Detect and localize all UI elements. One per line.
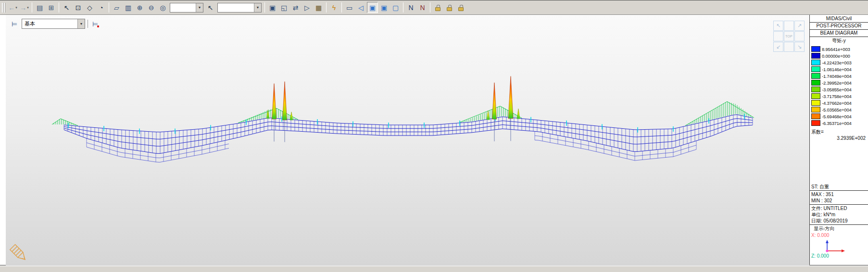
legend-label: -5.03565e+004	[822, 107, 852, 112]
model-viewport[interactable]: ⊨ 基本 ▼ ⊨ ↖↗TOP↙↘	[6, 15, 809, 266]
node-number-icon: N	[408, 4, 413, 11]
previous-view-button[interactable]: ◁	[355, 2, 366, 13]
legend-label: -3.05855e+004	[822, 87, 852, 92]
chevron-down-icon[interactable]: ▼	[77, 19, 85, 28]
divider	[810, 37, 868, 37]
node-number-button[interactable]: N	[405, 2, 416, 13]
select-volume-icon: ▥	[125, 4, 131, 11]
chevron-down-icon[interactable]: ▼	[254, 3, 261, 12]
legend-swatch	[811, 53, 820, 59]
back-icon: ←	[8, 4, 15, 11]
legend-row: -1.74049e+004	[810, 73, 868, 79]
clipboard-lock-button[interactable]	[432, 2, 443, 13]
diagram-title: BEAM DIAGRAM	[810, 30, 868, 36]
select-add-button[interactable]: ⊕	[134, 2, 145, 13]
divider	[810, 204, 868, 205]
legend-row: -6.35371e+004	[810, 120, 868, 126]
viewpad-arrow-button[interactable]	[794, 31, 805, 41]
dir-x-value: X: 0.000	[810, 232, 868, 238]
element-number-button[interactable]: N	[417, 2, 428, 13]
select-remove-button[interactable]: ⊖	[146, 2, 157, 13]
viewpad-arrow-button[interactable]: ↖	[773, 21, 783, 31]
dir-z-value: Z: 0.000	[810, 253, 868, 259]
legend-row: -5.03565e+004	[810, 106, 868, 113]
pick-entity-icon: ↖	[208, 4, 214, 11]
zoom-fit-icon: ◱	[281, 4, 287, 11]
zoom-window-button[interactable]: ▣	[267, 2, 278, 13]
select-group-combo[interactable]: ▼	[170, 3, 203, 12]
toolbar-separator	[264, 2, 265, 12]
legend-label: -2.39952e+004	[822, 80, 852, 86]
legend-row: 8.95641e+003	[810, 46, 868, 52]
legend-label: -4.22423e+003	[822, 60, 852, 65]
toolbar-separator	[109, 2, 109, 12]
legend-row: -2.39952e+004	[810, 79, 868, 86]
named-plane-combo[interactable]: ▼	[217, 3, 262, 12]
legend-row: -5.69468e+004	[810, 113, 868, 120]
viewpad-arrow-button[interactable]: ↘	[794, 42, 805, 52]
legend-swatch	[811, 66, 820, 72]
result-lock-button[interactable]	[455, 2, 466, 13]
chevron-down-icon[interactable]: ▼	[196, 3, 203, 12]
back-button[interactable]: ←▾	[7, 2, 18, 13]
viewpad-arrow-button[interactable]: ↙	[773, 42, 783, 52]
select-window-icon: ⊡	[75, 4, 81, 11]
multi-window-button[interactable]: ▣	[367, 2, 378, 13]
forward-button[interactable]: →▾	[19, 2, 30, 13]
select-circle-icon: ◔	[99, 4, 103, 11]
legend-row: -3.05855e+004	[810, 86, 868, 93]
select-circle-button[interactable]: ◔	[96, 2, 107, 13]
viewpad-arrow-button[interactable]	[773, 31, 783, 41]
zoom-box-icon: ▭	[346, 4, 352, 11]
lock-icon	[435, 7, 440, 11]
select-volume-button[interactable]: ▥	[123, 2, 134, 13]
stage-combo[interactable]: 基本 ▼	[22, 19, 85, 29]
viewpad-top-button[interactable]: TOP	[784, 31, 794, 41]
stage-bar: ⊨ 基本 ▼ ⊨	[10, 19, 100, 29]
stage-display-icon[interactable]: ⊨	[10, 19, 19, 29]
pan-button[interactable]: ⇄	[290, 2, 301, 13]
select-window-button[interactable]: ⊡	[73, 2, 84, 13]
select-single-icon: ↖	[64, 4, 70, 11]
select-polygon-button[interactable]: ◇	[84, 2, 95, 13]
select-plane-button[interactable]: ▱	[111, 2, 122, 13]
select-recent-icon: ◎	[160, 4, 165, 11]
print-icon: ▤	[37, 4, 43, 11]
select-recent-button[interactable]: ◎	[157, 2, 168, 13]
dynamic-view-button[interactable]: ϟ	[328, 2, 340, 13]
stage-label: ST: 自重	[810, 184, 868, 190]
toolbar-separator	[326, 2, 327, 12]
legend-swatch	[811, 87, 820, 92]
work-area: ⊨ 基本 ▼ ⊨ ↖↗TOP↙↘	[0, 15, 868, 266]
result-panel: MIDAS/Civil POST-PROCESSOR BEAM DIAGRAM …	[809, 15, 868, 266]
legend-row: -4.37662e+004	[810, 99, 868, 106]
legend-label: -5.69468e+004	[822, 114, 852, 119]
viewpad-arrow-button[interactable]	[784, 21, 794, 31]
divider	[810, 224, 868, 225]
stage-option-icon[interactable]: ⊨	[90, 19, 100, 29]
capture-image-button[interactable]: ▦	[313, 2, 324, 13]
render-view-button[interactable]: ▣	[378, 2, 390, 13]
legend-swatch	[811, 60, 820, 65]
viewpad-arrow-button[interactable]	[784, 42, 794, 52]
zoom-box-button[interactable]: ▭	[344, 2, 355, 13]
model-lock-button[interactable]	[444, 2, 455, 13]
display-monitor-button[interactable]: ▢	[390, 2, 401, 13]
pick-entity-button[interactable]: ↖	[205, 2, 216, 13]
legend-label: -4.37662e+004	[822, 100, 852, 106]
viewpad-arrow-button[interactable]: ↗	[794, 21, 805, 31]
zoom-fit-button[interactable]: ◱	[278, 2, 289, 13]
rotate-view-button[interactable]: ▷	[302, 2, 313, 13]
element-number-icon: N	[420, 4, 425, 11]
axis-triad-icon	[822, 239, 846, 253]
factor-value: 3.2939E+002	[810, 135, 868, 141]
print-button[interactable]: ▤	[34, 2, 45, 13]
modeling-watermark-icon	[8, 243, 30, 266]
legend-row: 0.00000e+000	[810, 52, 868, 59]
toolbar-grip[interactable]	[2, 3, 5, 12]
works-tree-button[interactable]: ⊞	[46, 2, 57, 13]
select-remove-icon: ⊖	[149, 4, 154, 11]
select-single-button[interactable]: ↖	[61, 2, 72, 13]
legend-row: -3.71758e+004	[810, 93, 868, 99]
select-polygon-icon: ◇	[87, 4, 92, 11]
